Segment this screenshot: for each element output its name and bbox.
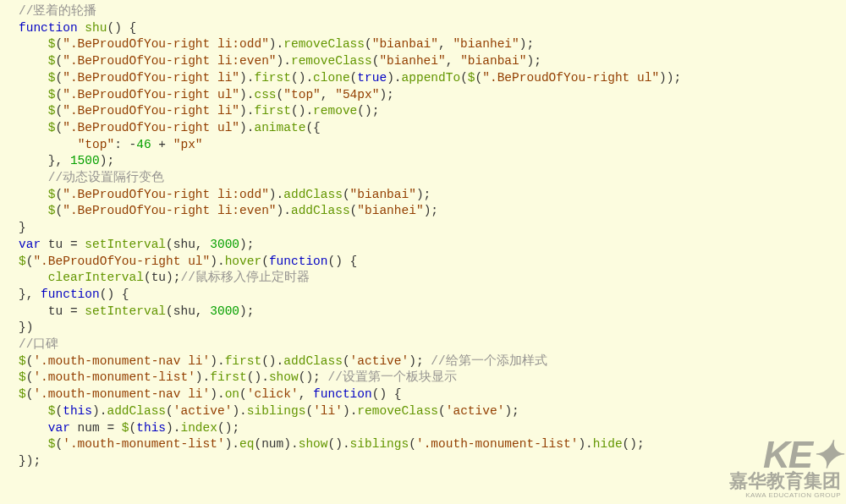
- token-op: (: [350, 204, 358, 217]
- token-op: (: [438, 404, 446, 418]
- token-op: );: [100, 154, 114, 167]
- token-op: (: [166, 404, 173, 418]
- token-op: ,: [299, 387, 313, 401]
- token-fn: remove: [313, 104, 357, 118]
- code-line: }: [19, 220, 846, 237]
- token-fn: siblings: [350, 437, 409, 451]
- token-op: (: [343, 354, 350, 368]
- token-op: ).: [210, 255, 224, 268]
- token-op: );: [409, 354, 431, 368]
- code-line: $(".BeProudOfYou-right li").first().clon…: [19, 70, 846, 87]
- token-op: ,: [321, 88, 335, 101]
- token-fn: $: [48, 188, 56, 201]
- token-op: [19, 138, 78, 151]
- token-op: ().: [247, 370, 269, 384]
- token-op: (: [343, 188, 350, 201]
- watermark-cn: 嘉华教育集团: [729, 472, 841, 490]
- token-op: +: [151, 138, 173, 151]
- token-fn: hide: [593, 437, 623, 451]
- token-op: (: [277, 88, 284, 101]
- token-str: ".BeProudOfYou-right li:even": [63, 54, 276, 68]
- token-op: ).: [239, 88, 254, 101]
- token-op: [19, 171, 48, 184]
- token-op: [19, 204, 48, 217]
- token-str: '.mouth-monument-list': [33, 370, 195, 384]
- token-str: 'click': [247, 387, 299, 401]
- token-op: (: [56, 88, 63, 101]
- watermark-en: KAWA EDUCATION GROUP: [729, 492, 841, 499]
- token-op: (num).: [254, 437, 298, 451]
- token-op: ();: [299, 370, 328, 384]
- token-op: (: [56, 54, 63, 68]
- token-num: 3000: [210, 238, 239, 251]
- token-str: '.mouth-monument-nav li': [33, 387, 210, 401]
- code-line: $(".BeProudOfYou-right ul").hover(functi…: [19, 254, 846, 271]
- token-str: ".BeProudOfYou-right li": [63, 71, 239, 85]
- token-fn: on: [225, 387, 239, 401]
- token-str: "top": [78, 138, 115, 151]
- token-op: : -: [114, 138, 136, 151]
- token-cmt: //竖着的轮播: [19, 4, 96, 18]
- token-op: ).: [269, 37, 283, 51]
- token-op: [19, 188, 48, 201]
- token-str: "top": [283, 88, 321, 101]
- token-fn: $: [468, 71, 475, 85]
- code-line: //动态设置隔行变色: [19, 170, 846, 187]
- token-fn: $: [48, 37, 56, 51]
- token-fn: $: [48, 88, 56, 101]
- token-fn: $: [19, 255, 26, 268]
- token-fn: show: [299, 437, 328, 451]
- token-op: (: [239, 387, 247, 401]
- token-str: 'active': [446, 404, 505, 418]
- token-op: [19, 54, 48, 68]
- token-str: '.mouth-monument-list': [416, 437, 578, 451]
- token-op: tu =: [19, 304, 85, 318]
- token-str: '.mouth-monument-list': [63, 437, 224, 451]
- token-cmt: //动态设置隔行变色: [48, 171, 164, 184]
- token-op: () {: [372, 387, 402, 401]
- token-str: 'li': [313, 404, 343, 418]
- token-op: ({: [305, 121, 320, 134]
- token-fn: clone: [313, 71, 350, 85]
- token-op: ).: [239, 121, 254, 134]
- token-op: );: [239, 304, 254, 318]
- token-fn: addClass: [291, 204, 350, 217]
- token-op: (: [56, 104, 63, 118]
- token-op: (: [56, 437, 63, 451]
- token-kw: this: [136, 421, 166, 435]
- token-fn: removeClass: [283, 37, 365, 51]
- code-line: $(".BeProudOfYou-right li:odd").removeCl…: [19, 36, 846, 53]
- token-fn: $: [48, 104, 56, 118]
- token-fn: $: [48, 54, 56, 68]
- token-str: ".BeProudOfYou-right li:odd": [63, 37, 269, 51]
- token-op: (: [460, 71, 468, 85]
- token-op: (tu);: [144, 271, 181, 284]
- code-line: $(".BeProudOfYou-right li:odd").addClass…: [19, 187, 846, 204]
- code-line: }, 1500);: [19, 153, 846, 170]
- token-op: ().: [261, 354, 283, 368]
- token-kw: this: [63, 404, 92, 418]
- token-op: [19, 437, 48, 451]
- token-op: (: [475, 71, 483, 85]
- token-op: ).: [269, 188, 283, 201]
- token-op: (: [56, 121, 63, 134]
- code-line: var tu = setInterval(shu, 3000);: [19, 237, 846, 254]
- token-op: ).: [92, 404, 107, 418]
- token-op: ).: [195, 370, 210, 384]
- token-fn: hover: [225, 255, 262, 268]
- token-num: 3000: [210, 304, 239, 318]
- code-line: $(".BeProudOfYou-right ul").animate({: [19, 120, 846, 137]
- token-fn: addClass: [283, 354, 343, 368]
- token-op: (shu,: [166, 238, 210, 251]
- token-fn: css: [254, 88, 276, 101]
- token-op: ();: [217, 421, 239, 435]
- token-op: );: [239, 238, 254, 251]
- code-line: $('.mouth-monument-list').eq(num).show()…: [19, 436, 846, 453]
- token-op: [19, 88, 48, 101]
- token-op: (: [261, 255, 269, 268]
- token-op: (: [305, 404, 313, 418]
- token-kw: var: [19, 238, 41, 251]
- token-fn: $: [48, 71, 56, 85]
- code-line: //口碑: [19, 337, 846, 353]
- token-op: }: [19, 221, 26, 234]
